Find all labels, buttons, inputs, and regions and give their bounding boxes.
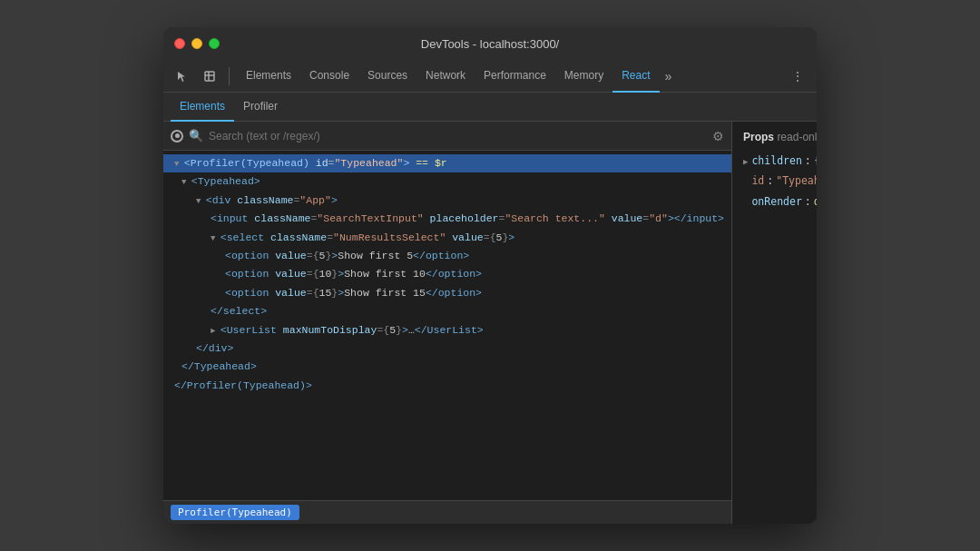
prop-colon-id: : — [767, 172, 773, 189]
tab-react[interactable]: React — [612, 60, 659, 93]
dom-line-select[interactable]: <select className="NumResultsSelect" val… — [163, 229, 731, 247]
sub-tab-profiler[interactable]: Profiler — [234, 93, 287, 122]
dom-line-profiler[interactable]: <Profiler(Typeahead) id="Typeahead"> == … — [163, 154, 731, 172]
dom-tree: <Profiler(Typeahead) id="Typeahead"> == … — [163, 151, 731, 500]
props-panel: Props read-only ▶ children : {…} ▶ id : … — [732, 122, 817, 524]
dom-line-input[interactable]: <input className="SearchTextInput" place… — [163, 210, 731, 228]
dom-line-option3[interactable]: <option value={15}>Show first 15</option… — [163, 284, 731, 302]
prop-arrow-icon: ▶ — [743, 155, 748, 168]
prop-colon-onrender: : — [805, 193, 811, 210]
dom-line-profiler-close[interactable]: </Profiler(Typeahead)> — [163, 377, 731, 395]
tab-network[interactable]: Network — [416, 60, 475, 93]
dom-line-option1[interactable]: <option value={5}>Show first 5</option> — [163, 247, 731, 265]
prop-value-id: "Typeahead" — [776, 172, 817, 189]
prop-value-onrender: onRender() — [814, 193, 817, 210]
inspect-icon[interactable] — [198, 64, 221, 88]
window-title: DevTools - localhost:3000/ — [421, 37, 559, 51]
readonly-label: read-only — [777, 131, 817, 143]
prop-key-children: children — [751, 153, 801, 169]
breadcrumb-profiler[interactable]: Profiler(Typeahead) — [171, 505, 299, 520]
tab-performance[interactable]: Performance — [475, 60, 555, 93]
prop-key-id: id — [751, 172, 764, 189]
tab-memory[interactable]: Memory — [555, 60, 612, 93]
dom-line-div[interactable]: <div className="App"> — [163, 192, 731, 210]
dom-line-userlist[interactable]: <UserList maxNumToDisplay={5}>…</UserLis… — [163, 321, 731, 339]
devtools-window: DevTools - localhost:3000/ Elements Cons… — [163, 27, 817, 524]
search-input[interactable] — [209, 130, 707, 143]
gear-icon[interactable]: ⚙ — [712, 129, 724, 143]
main-content: 🔍 ⚙ <Profiler(Typeahead) id="Typeahead">… — [163, 122, 817, 524]
toolbar-separator — [229, 67, 230, 85]
dom-line-div-close[interactable]: </div> — [163, 339, 731, 358]
minimize-button[interactable] — [191, 38, 202, 49]
search-icon: 🔍 — [189, 129, 203, 143]
props-label: Props — [743, 131, 774, 143]
prop-key-onrender: onRender — [751, 193, 801, 210]
main-toolbar: Elements Console Sources Network Perform… — [163, 60, 817, 93]
close-button[interactable] — [174, 38, 185, 49]
dom-line-typeahead[interactable]: <Typeahead> — [163, 172, 731, 191]
prop-onrender: ▶ onRender : onRender() — [743, 193, 817, 210]
search-bar: 🔍 ⚙ — [163, 122, 731, 151]
dom-line-option2[interactable]: <option value={10}>Show first 10</option… — [163, 265, 731, 283]
maximize-button[interactable] — [209, 38, 220, 49]
traffic-lights — [174, 38, 220, 49]
tab-console[interactable]: Console — [300, 60, 358, 93]
search-dot-icon[interactable] — [171, 130, 183, 143]
dom-line-select-close[interactable]: </select> — [163, 302, 731, 320]
prop-children: ▶ children : {…} — [743, 153, 817, 169]
tab-list: Elements Console Sources Network Perform… — [237, 60, 782, 93]
dom-line-typeahead-close[interactable]: </Typeahead> — [163, 358, 731, 376]
svg-rect-0 — [205, 72, 214, 81]
devtools-menu-button[interactable]: ⋮ — [786, 69, 809, 84]
tab-elements[interactable]: Elements — [237, 60, 300, 93]
sub-toolbar: Elements Profiler — [163, 93, 817, 122]
prop-id: ▶ id : "Typeahead" — [743, 172, 817, 189]
tab-more-button[interactable]: » — [660, 69, 678, 84]
sub-tab-elements[interactable]: Elements — [171, 93, 234, 122]
title-bar: DevTools - localhost:3000/ — [163, 27, 817, 60]
props-title: Props read-only — [743, 131, 817, 143]
prop-colon: : — [805, 153, 811, 169]
prop-value-children: {…} — [814, 153, 817, 169]
cursor-icon[interactable] — [171, 64, 194, 88]
elements-panel: 🔍 ⚙ <Profiler(Typeahead) id="Typeahead">… — [163, 122, 732, 524]
tab-sources[interactable]: Sources — [358, 60, 416, 93]
breadcrumb-bar: Profiler(Typeahead) — [163, 500, 731, 524]
